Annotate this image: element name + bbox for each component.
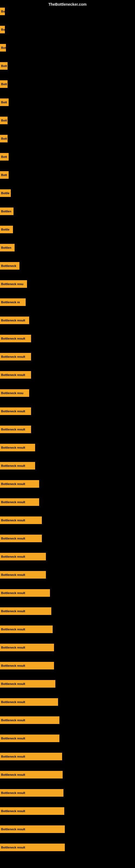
bar-item: Bottleneck result <box>0 826 65 833</box>
bar-item: Bottleneck result <box>0 807 64 815</box>
bar-item: Bottleneck result <box>0 771 63 778</box>
bar-label: Bottleneck result <box>1 373 25 376</box>
bar-label: Bottleneck result <box>1 646 25 649</box>
bar-item: Bottleneck <box>0 262 19 270</box>
bar-item: Bottleneck result <box>0 662 54 670</box>
bar-label: Bottleneck result <box>1 737 25 740</box>
bar-item: Bottleneck re <box>0 299 26 306</box>
bar-label: Bottleneck result <box>1 446 25 449</box>
bar-item: Bottleneck result <box>0 716 59 724</box>
bar-label: Bott <box>1 83 7 86</box>
bar-item: Bottleneck result <box>0 571 46 579</box>
bar-item: Bott <box>0 117 8 124</box>
bar-label: Bottleneck <box>1 264 16 268</box>
bar-label: Bottleneck resu <box>1 392 24 395</box>
bar-item: Bott <box>0 62 8 70</box>
bar-label: Bottleneck result <box>1 610 25 613</box>
bar-label: Bottleneck result <box>1 628 25 631</box>
bar-item: Bottleneck result <box>0 625 53 633</box>
bar-label: Bottleneck result <box>1 591 25 595</box>
bar-label: Bottleneck resu <box>1 282 24 286</box>
bar-label: Bottle <box>1 191 9 195</box>
bar-label: Bott <box>1 173 7 177</box>
bar-item: Bott <box>0 135 8 143</box>
bar-item: Bottleneck result <box>0 426 31 433</box>
bar-label: Bottleneck result <box>1 773 25 776</box>
bar-item: Bottle <box>0 226 13 233</box>
bar-item: Bottleneck result <box>0 735 59 742</box>
bar-item: Bottleneck result <box>0 480 39 488</box>
bar-label: Bottleneck result <box>1 428 25 431</box>
bar-item: Bottleneck resu <box>0 389 29 397</box>
bar-label: Bottleneck result <box>1 791 25 795</box>
bar-item: Bottleneck result <box>0 589 50 597</box>
bar-item: Bott <box>0 171 9 179</box>
bar-label: Bottleneck result <box>1 410 25 413</box>
bar-item: Bottleneck result <box>0 644 54 651</box>
bar-label: Bottleneck result <box>1 319 25 322</box>
bar-item: Bottleneck result <box>0 316 29 324</box>
bar-item: Bo <box>0 26 5 33</box>
bar-item: Bottleneck result <box>0 462 35 469</box>
bar-item: Bott <box>0 98 9 106</box>
site-title: TheBottlenecker.com <box>48 2 87 6</box>
bar-label: Bottleneck result <box>1 755 25 758</box>
bar-label: Bott <box>1 119 7 122</box>
bar-item: Bottleneck result <box>0 789 63 797</box>
bar-item: Bottle <box>0 189 11 197</box>
bar-label: Bottleneck result <box>1 464 25 467</box>
bar-item: Bot <box>0 44 6 52</box>
bar-item: Bo <box>0 8 5 15</box>
bar-item: Bottlen <box>0 244 14 251</box>
bar-label: Bo <box>1 10 5 13</box>
bar-label: Bottleneck result <box>1 573 25 577</box>
bar-item: Bottleneck result <box>0 407 31 415</box>
bar-label: Bottleneck result <box>1 482 25 486</box>
bar-label: Bottleneck result <box>1 701 25 704</box>
bar-label: Bottlen <box>1 210 11 213</box>
bar-label: Bottleneck result <box>1 664 25 667</box>
bar-label: Bott <box>1 64 7 67</box>
bar-label: Bottleneck result <box>1 337 25 340</box>
bar-label: Bottleneck re <box>1 301 20 304</box>
bar-item: Bottleneck result <box>0 371 31 379</box>
bar-item: Bottleneck result <box>0 517 42 524</box>
bar-item: Bott <box>0 153 9 161</box>
bar-label: Bo <box>1 28 5 31</box>
bar-label: Bottleneck result <box>1 555 25 558</box>
bar-item: Bottleneck result <box>0 844 65 851</box>
bar-label: Bottleneck result <box>1 682 25 685</box>
bar-item: Bottleneck result <box>0 444 35 452</box>
bar-item: Bottleneck resu <box>0 280 27 288</box>
bar-label: Bottleneck result <box>1 355 25 358</box>
bar-label: Bottleneck result <box>1 537 25 540</box>
bar-label: Bottleneck result <box>1 500 25 504</box>
bar-item: Bottleneck result <box>0 553 46 560</box>
bar-item: Bottleneck result <box>0 698 58 706</box>
bar-item: Bottleneck result <box>0 335 31 342</box>
bar-label: Bottle <box>1 228 9 231</box>
bar-label: Bott <box>1 137 7 140</box>
bar-item: Bottleneck result <box>0 607 51 615</box>
bar-label: Bottlen <box>1 246 11 249</box>
bar-label: Bot <box>1 46 6 50</box>
bar-item: Bottleneck result <box>0 498 39 506</box>
bar-item: Bott <box>0 80 8 88</box>
bar-label: Bott <box>1 155 7 158</box>
bar-label: Bottleneck result <box>1 809 25 813</box>
bar-label: Bottleneck result <box>1 718 25 722</box>
bar-label: Bott <box>1 101 7 104</box>
bar-item: Bottleneck result <box>0 680 55 688</box>
bar-label: Bottleneck result <box>1 846 25 849</box>
bar-label: Bottleneck result <box>1 828 25 831</box>
bar-label: Bottleneck result <box>1 519 25 522</box>
bar-item: Bottleneck result <box>0 353 31 361</box>
bar-item: Bottleneck result <box>0 535 42 542</box>
bar-item: Bottleneck result <box>0 753 62 760</box>
bar-item: Bottlen <box>0 208 13 215</box>
